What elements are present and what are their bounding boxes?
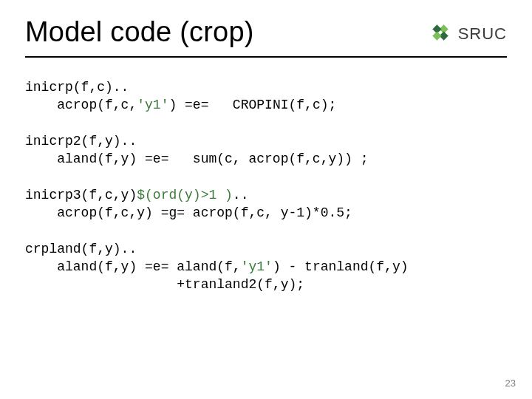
svg-rect-3 <box>432 31 441 40</box>
code-line: aland(f,y) =e= aland(f, <box>25 259 241 274</box>
logo-text: SRUC <box>458 24 507 44</box>
code-line: ) - tranland(f,y) <box>273 259 409 274</box>
code-line: crpland(f,y).. <box>25 242 137 256</box>
page-title: Model code (crop) <box>25 16 254 48</box>
slide: Model code (crop) SRUC inicrp(f,c).. acr… <box>0 0 532 399</box>
code-line: acrop(f,c,y) =g= acrop(f,c, y-1)*0.5; <box>25 205 352 220</box>
title-rule <box>25 56 507 58</box>
code-line: aland(f,y) =e= sum(c, acrop(f,c,y)) ; <box>25 151 368 166</box>
code-highlight: $(ord(y)>1 ) <box>137 188 233 202</box>
code-line: +tranland2(f,y); <box>25 277 304 292</box>
code-line: inicrp2(f,y).. <box>25 134 137 149</box>
page-number: 23 <box>505 378 516 389</box>
code-line: .. <box>233 188 249 202</box>
code-line: inicrp3(f,c,y) <box>25 188 137 202</box>
code-line: ) =e= CROPINI(f,c); <box>168 98 336 112</box>
sruc-diamond-icon <box>427 19 454 49</box>
code-highlight: 'y1' <box>137 98 168 112</box>
code-line: acrop(f,c, <box>25 98 137 112</box>
code-highlight: 'y1' <box>241 259 273 274</box>
header: Model code (crop) SRUC <box>25 16 507 49</box>
code-line: inicrp(f,c).. <box>25 80 129 95</box>
sruc-logo: SRUC <box>427 19 507 49</box>
code-block: inicrp(f,c).. acrop(f,c,'y1') =e= CROPIN… <box>25 78 507 294</box>
